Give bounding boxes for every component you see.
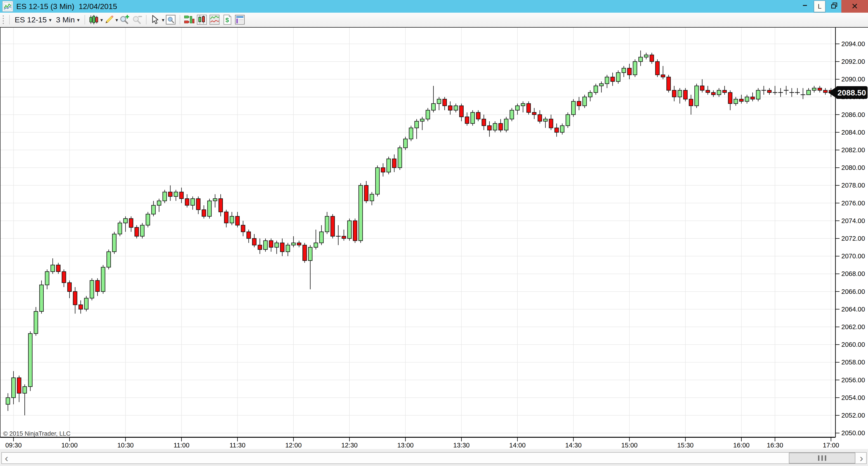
- toolbar-separator: [9, 15, 10, 24]
- x-tick-label: 17:00: [823, 442, 839, 449]
- candle-body: [622, 68, 626, 72]
- candle-body: [655, 61, 659, 75]
- toolbar-grip[interactable]: [3, 16, 4, 24]
- candle-body: [56, 265, 60, 271]
- candle-body: [488, 126, 491, 130]
- interval-label: 3 Min: [56, 16, 75, 24]
- instrument-selector[interactable]: ES 12-15 ▾: [12, 16, 54, 24]
- candle-body: [45, 272, 49, 285]
- y-tick-label: 2084.00: [841, 129, 865, 136]
- candle-body: [224, 212, 228, 223]
- scroll-left-button[interactable]: ‹: [2, 453, 11, 464]
- minimize-button[interactable]: –: [798, 0, 812, 13]
- drawing-tools-button[interactable]: [103, 14, 115, 26]
- candle-body: [460, 106, 463, 117]
- window-titlebar[interactable]: ES 12-15 (3 Min) 12/04/2015 – L ✕: [0, 0, 868, 13]
- candle-body: [521, 104, 525, 106]
- candle-body: [84, 298, 88, 309]
- cursor-button[interactable]: [150, 14, 161, 26]
- drawing-tools-icon: [104, 14, 114, 25]
- candle: [135, 225, 138, 238]
- indicators-button[interactable]: [209, 14, 220, 26]
- candle-body: [471, 112, 474, 123]
- candle-body: [504, 119, 508, 130]
- interval-selector[interactable]: 3 Min ▾: [54, 16, 82, 24]
- candle-body: [661, 75, 665, 77]
- chart-style-button[interactable]: [88, 14, 100, 26]
- candle-body: [342, 236, 346, 238]
- candle-body: [129, 219, 133, 227]
- candle-body: [135, 227, 138, 236]
- candle: [409, 126, 413, 141]
- instrument-label: ES 12-15: [15, 16, 47, 24]
- svg-text:$: $: [225, 17, 229, 24]
- candle-body: [566, 115, 570, 126]
- candle-body: [409, 128, 413, 139]
- zoom-in-button[interactable]: [119, 14, 130, 26]
- zoom-out-icon: [132, 14, 142, 25]
- candle: [303, 243, 307, 263]
- zoom-out-button[interactable]: [131, 14, 143, 26]
- chart-toolbar: ES 12-15 ▾ 3 Min ▾ ▾: [0, 13, 868, 27]
- link-button[interactable]: L: [814, 0, 826, 12]
- candle-body: [415, 121, 418, 128]
- candle-body: [516, 106, 520, 110]
- chevron-down-icon[interactable]: ▾: [162, 17, 164, 23]
- candle-body: [544, 119, 547, 121]
- scrollbar-thumb[interactable]: [789, 453, 855, 464]
- candle: [426, 108, 430, 121]
- y-tick-label: 2074.00: [841, 217, 865, 225]
- data-series-button[interactable]: [196, 14, 208, 26]
- y-tick-label: 2082.00: [841, 146, 865, 154]
- candle: [39, 281, 43, 314]
- candle-body: [807, 90, 811, 95]
- properties-button[interactable]: [234, 14, 246, 26]
- candle-body: [689, 99, 693, 106]
- candle-body: [79, 305, 83, 309]
- x-tick-label: 10:00: [61, 442, 78, 449]
- copyright-text: © 2015 NinjaTrader, LLC: [3, 430, 70, 437]
- candle-body: [191, 199, 195, 205]
- candle-body: [247, 232, 251, 238]
- zoom-window-button[interactable]: [165, 14, 177, 26]
- data-series-icon: [197, 14, 207, 25]
- candle: [146, 212, 150, 227]
- candle-body: [633, 61, 637, 75]
- close-button[interactable]: ✕: [841, 0, 868, 13]
- candle: [34, 307, 38, 336]
- candle-body: [756, 90, 760, 99]
- candle-body: [666, 77, 671, 90]
- chevron-down-icon[interactable]: ▾: [100, 17, 103, 23]
- chart-trader-button[interactable]: [183, 14, 195, 26]
- x-tick-label: 13:30: [453, 442, 470, 449]
- candle-body: [101, 267, 105, 292]
- close-icon: ✕: [851, 2, 858, 11]
- candle-body: [454, 106, 458, 110]
- candle-body: [745, 97, 749, 101]
- candle-body: [588, 92, 592, 97]
- candle-body: [639, 57, 643, 62]
- chart-trader-icon: [184, 14, 194, 25]
- candle-body: [605, 77, 609, 84]
- candle-body: [734, 99, 738, 104]
- y-tick-label: 2056.00: [841, 376, 865, 384]
- candle-body: [555, 128, 559, 132]
- scroll-right-button[interactable]: ›: [857, 453, 866, 464]
- candle: [571, 99, 575, 117]
- price-chart[interactable]: 2050.002052.002054.002056.002058.002060.…: [0, 27, 868, 449]
- candle-body: [146, 214, 150, 225]
- y-tick-label: 2060.00: [841, 341, 865, 348]
- candle-body: [818, 88, 822, 90]
- strategies-button[interactable]: $: [221, 14, 233, 26]
- chevron-down-icon[interactable]: ▾: [116, 17, 118, 23]
- horizontal-scrollbar[interactable]: ‹ ›: [1, 452, 867, 464]
- y-axis: 2050.002052.002054.002056.002058.002060.…: [835, 40, 865, 437]
- restore-button[interactable]: [827, 0, 841, 13]
- x-tick-label: 16:00: [733, 442, 750, 449]
- candle-body: [297, 243, 301, 245]
- candle-body: [275, 243, 278, 247]
- candle: [107, 250, 111, 269]
- y-tick-label: 2066.00: [841, 288, 865, 295]
- zoom-window-icon: [165, 14, 176, 25]
- scroll-left-icon: ‹: [5, 452, 8, 464]
